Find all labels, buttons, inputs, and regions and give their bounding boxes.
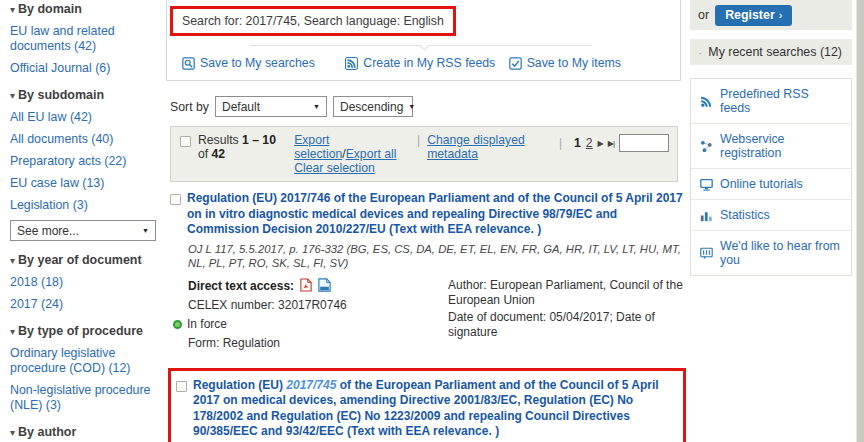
facet-link-all-documents[interactable]: All documents (40): [10, 132, 157, 147]
feedback-speech-icon: [700, 247, 713, 260]
facet-section-by-domain: ▾By domain EU law and related documents …: [10, 2, 157, 76]
result-meta-right: Author: European Parliament, Council of …: [448, 278, 686, 355]
result-title-link[interactable]: Regulation (EU) 2017/745 of the European…: [193, 378, 675, 440]
result-checkbox[interactable]: [176, 381, 187, 392]
save-to-my-searches[interactable]: Save to My searches: [182, 56, 345, 70]
monitor-icon: [700, 178, 713, 191]
chevron-right-icon: ›: [779, 9, 783, 21]
in-force-status-icon: [173, 320, 182, 329]
see-more-select[interactable]: See more... ▼: [10, 220, 156, 241]
results-count: Results 1 – 10 of 42: [198, 133, 287, 161]
collapse-arrow-icon: ▾: [10, 326, 15, 337]
save-search-icon: [182, 57, 195, 70]
select-all-checkbox[interactable]: [180, 136, 191, 147]
result-item-2017-745: Regulation (EU) 2017/745 of the European…: [166, 368, 688, 442]
results-toolbar: Results 1 – 10 of 42 Export selection/Ex…: [170, 126, 678, 182]
last-page-icon[interactable]: ▶|: [608, 139, 614, 148]
bar-chart-icon: [700, 209, 713, 222]
facet-link-nle[interactable]: Non-legislative procedure (NLE) (3): [10, 383, 157, 413]
webservice-registration-link[interactable]: Webservice registration: [691, 123, 851, 168]
sort-by-label: Sort by: [170, 100, 209, 114]
facet-section-title: ▾By year of document: [10, 253, 157, 267]
collapse-arrow-icon: ▾: [10, 255, 15, 266]
register-button[interactable]: Register ›: [715, 5, 792, 26]
celex-number: CELEX number: 32017R0746: [188, 298, 438, 313]
result-meta-left: Direct text access: CELEX number: 32017R…: [188, 278, 438, 355]
next-page-icon[interactable]: ▶: [598, 139, 603, 148]
sort-direction-select[interactable]: Descending ▼: [333, 96, 413, 117]
facet-link-all-eu-law[interactable]: All EU law (42): [10, 110, 157, 125]
right-sidebar: or Register › · My recent searches (12) …: [690, 0, 852, 442]
register-bar: or Register ›: [690, 0, 852, 30]
result-checkbox[interactable]: [170, 194, 181, 205]
feedback-link[interactable]: We'd like to hear from you: [691, 230, 851, 275]
annotation-highlight-result: Regulation (EU) 2017/745 of the European…: [168, 368, 686, 442]
sort-bar: Sort by Default ▼ Descending ▼: [166, 96, 688, 117]
rss-icon: [700, 95, 713, 108]
search-summary-text: Search for: 2017/745, Search language: E…: [182, 14, 444, 28]
author-label: Author: European Parliament, Council of …: [448, 278, 686, 308]
page-2-link[interactable]: 2: [586, 136, 593, 150]
divider-notch: [420, 41, 430, 51]
search-summary-panel: Search for: 2017/745, Search language: E…: [166, 0, 681, 81]
chevron-down-icon: ▼: [142, 227, 149, 234]
form-label: Form: Regulation: [188, 336, 438, 351]
panel-divider: [250, 45, 592, 50]
facet-section-title: ▾By type of procedure: [10, 324, 157, 338]
page-number-input[interactable]: [619, 134, 669, 152]
pdf-icon[interactable]: [300, 278, 312, 292]
vertical-scrollbar[interactable]: [856, 0, 864, 442]
or-label: or: [698, 8, 709, 22]
create-in-rss-feeds[interactable]: Create in My RSS feeds: [345, 56, 508, 70]
facet-section-by-author: ▾By author European Commission (13) Coun…: [10, 425, 157, 442]
tools-links-box: Predefined RSS feeds Webservice registra…: [690, 78, 852, 276]
date-of-document-label: Date of document: 05/04/2017; Date of si…: [448, 310, 686, 340]
statistics-link[interactable]: Statistics: [691, 199, 851, 230]
annotation-highlight-search: Search for: 2017/745, Search language: E…: [170, 6, 456, 36]
facet-link-legislation[interactable]: Legislation (3): [10, 198, 157, 213]
chevron-down-icon: ▼: [313, 103, 320, 110]
facet-link-cod[interactable]: Ordinary legislative procedure (COD) (12…: [10, 346, 157, 376]
result-item-2017-746: Regulation (EU) 2017/746 of the European…: [166, 191, 688, 355]
search-match-highlight: 2017/745: [286, 378, 336, 392]
facet-section-by-year: ▾By year of document 2018 (18) 2017 (24): [10, 253, 157, 312]
facet-link-preparatory-acts[interactable]: Preparatory acts (22): [10, 154, 157, 169]
facet-link-2017[interactable]: 2017 (24): [10, 297, 157, 312]
facet-link-eu-case-law[interactable]: EU case law (13): [10, 176, 157, 191]
result-title-link[interactable]: Regulation (EU) 2017/746 of the European…: [187, 191, 686, 238]
save-items-check-icon: [509, 57, 522, 70]
webservice-nodes-icon: [700, 140, 713, 153]
export-all-link[interactable]: Export all: [346, 147, 397, 161]
facet-link-eu-law[interactable]: EU law and related documents (42): [10, 24, 157, 54]
pipe-separator: |: [559, 136, 562, 150]
online-tutorials-link[interactable]: Online tutorials: [691, 168, 851, 199]
facet-link-official-journal[interactable]: Official Journal (6): [10, 61, 157, 76]
oj-reference: OJ L 117, 5.5.2017, p. 176-332 (BG, ES, …: [188, 242, 690, 271]
eur-lex-search-results-page: ▾By domain EU law and related documents …: [0, 0, 864, 442]
clear-selection-link[interactable]: Clear selection: [294, 161, 375, 175]
sort-field-select[interactable]: Default ▼: [215, 96, 327, 117]
change-metadata-link[interactable]: Change displayed metadata: [427, 133, 552, 161]
in-force-label: In force: [187, 317, 227, 332]
rss-icon: [345, 57, 358, 70]
search-actions: Save to My searches Create in My RSS fee…: [170, 56, 672, 70]
pagination: | 1 2 ▶ ▶|: [552, 133, 669, 152]
facet-section-title: ▾By domain: [10, 2, 157, 16]
export-selection-link[interactable]: Export selection: [294, 133, 342, 161]
chevron-down-icon: ▼: [408, 103, 415, 110]
results-main: Search for: 2017/745, Search language: E…: [163, 0, 688, 442]
page-1-current: 1: [574, 136, 581, 150]
facet-section-by-subdomain: ▾By subdomain All EU law (42) All docume…: [10, 88, 157, 241]
facet-section-title: ▾By author: [10, 425, 157, 439]
bullet-icon: ·: [698, 45, 702, 60]
my-recent-searches[interactable]: · My recent searches (12): [690, 39, 852, 65]
facet-section-title: ▾By subdomain: [10, 88, 157, 102]
facet-link-2018[interactable]: 2018 (18): [10, 275, 157, 290]
html-icon[interactable]: [318, 278, 331, 292]
export-links: Export selection/Export allClear selecti…: [294, 133, 410, 175]
pipe-separator: |: [417, 133, 420, 147]
save-to-my-items[interactable]: Save to My items: [509, 56, 672, 70]
direct-text-access-label: Direct text access:: [188, 279, 294, 293]
facet-section-by-procedure: ▾By type of procedure Ordinary legislati…: [10, 324, 157, 413]
predefined-rss-feeds-link[interactable]: Predefined RSS feeds: [691, 79, 851, 123]
